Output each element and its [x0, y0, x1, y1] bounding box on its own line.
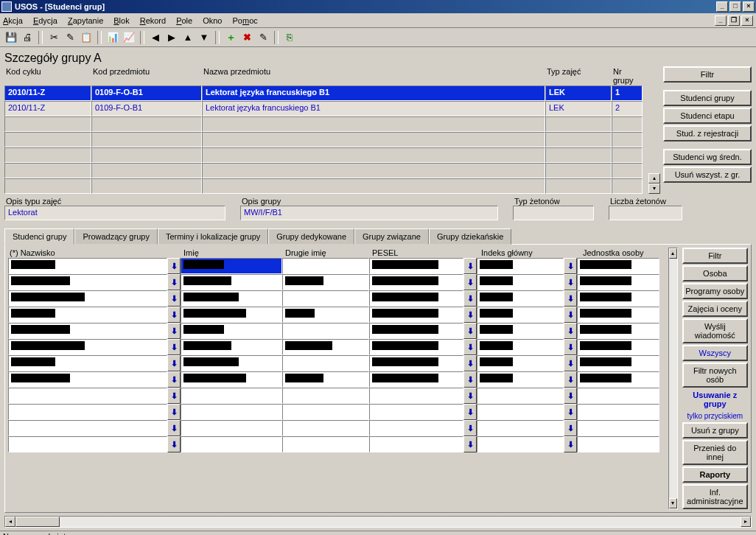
lookup-button[interactable]: ⬇	[564, 388, 577, 404]
cell-nazwisko[interactable]	[8, 290, 167, 307]
cell-drugie[interactable]	[282, 355, 369, 371]
studenci-grupy-button[interactable]: Studenci grupy	[663, 90, 752, 106]
cell-drugie[interactable]	[282, 371, 369, 388]
lookup-button[interactable]: ⬇	[167, 436, 181, 452]
student-row[interactable]: ⬇⬇⬇	[8, 290, 664, 307]
tab-dedykowane[interactable]: Grupy dedykowane	[268, 228, 354, 245]
lookup-button[interactable]: ⬇	[463, 371, 477, 388]
menu-edycja[interactable]: Edycja	[33, 16, 57, 25]
usun-button[interactable]: Usuń z grupy	[682, 422, 748, 438]
wyslij-button[interactable]: Wyślij wiadomość	[682, 318, 748, 343]
lookup-button[interactable]: ⬇	[564, 371, 577, 388]
cell-imie[interactable]	[181, 323, 282, 339]
cell-pesel[interactable]	[369, 307, 463, 323]
tab-terminy[interactable]: Terminy i lokalizacje grupy	[158, 228, 268, 245]
inf-button[interactable]: Inf. administracyjne	[682, 484, 748, 509]
menu-rekord[interactable]: Rekord	[140, 16, 166, 25]
cell-indeks[interactable]	[477, 258, 564, 274]
lookup-button[interactable]: ⬇	[564, 339, 577, 355]
student-row[interactable]: ⬇⬇⬇	[8, 323, 664, 339]
cell-jednostka[interactable]	[577, 371, 659, 388]
tab-prowadzacy[interactable]: Prowadzący grupy	[74, 228, 158, 245]
cell-nazwisko[interactable]	[8, 355, 167, 371]
cell-nazwisko[interactable]	[8, 371, 167, 388]
cell-imie[interactable]	[181, 371, 282, 388]
lookup-button[interactable]: ⬇	[564, 420, 577, 436]
group-row-empty[interactable]	[4, 116, 645, 132]
lookup-button[interactable]: ⬇	[463, 355, 477, 371]
cell-pesel[interactable]	[369, 339, 463, 355]
opis-typu-field[interactable]: Lektorat	[4, 206, 225, 220]
cell-pesel[interactable]	[369, 290, 463, 307]
tab-studenci-grupy[interactable]: Studenci grupy	[4, 228, 74, 245]
lookup-button[interactable]: ⬇	[463, 339, 477, 355]
tab-zwiazane[interactable]: Grupy związane	[354, 228, 429, 245]
cell-indeks[interactable]	[477, 355, 564, 371]
lookup-button[interactable]: ⬇	[463, 290, 477, 307]
chart-icon[interactable]: 📊	[106, 31, 119, 44]
exit-icon[interactable]: ⎘	[283, 31, 296, 44]
chart2-icon[interactable]: 📈	[122, 31, 136, 44]
scroll-down-icon[interactable]: ▾	[648, 183, 660, 194]
liczba-zetonow-field[interactable]	[609, 206, 682, 220]
opis-grupy-field[interactable]: MW/I/F/B1	[240, 206, 498, 220]
filtr-nowych-button[interactable]: Filtr nowych osób	[682, 363, 748, 388]
mdi-minimize-button[interactable]: _	[715, 15, 727, 26]
student-row[interactable]: ⬇⬇⬇	[8, 355, 664, 371]
cell-nazwisko[interactable]	[8, 323, 167, 339]
cell-jednostka[interactable]	[577, 274, 659, 290]
scroll-up-icon[interactable]: ▴	[648, 173, 660, 183]
usun-wszyst-button[interactable]: Usuń wszyst. z gr.	[663, 167, 752, 183]
menu-pole[interactable]: Pole	[176, 16, 192, 25]
group-row-empty[interactable]	[4, 147, 645, 163]
cell-drugie[interactable]	[282, 323, 369, 339]
student-row[interactable]: ⬇⬇⬇	[8, 339, 664, 355]
scroll-thumb[interactable]	[15, 517, 60, 527]
group-grid-scroll[interactable]: ▴ ▾	[648, 173, 660, 194]
menu-akcja[interactable]: Akcja	[3, 16, 23, 25]
lookup-button[interactable]: ⬇	[564, 258, 577, 274]
lookup-button[interactable]: ⬇	[167, 307, 181, 323]
cell-jednostka[interactable]	[577, 258, 659, 274]
cell-jednostka[interactable]	[577, 323, 659, 339]
cell-jednostka[interactable]	[577, 355, 659, 371]
lookup-button[interactable]: ⬇	[167, 371, 181, 388]
programy-button[interactable]: Programy osoby	[682, 283, 748, 299]
cell-nazwisko[interactable]	[8, 274, 167, 290]
maximize-button[interactable]: □	[729, 1, 741, 12]
nav-down-icon[interactable]: ▼	[197, 31, 211, 44]
zajecia-button[interactable]: Zajęcia i oceny	[682, 301, 748, 317]
edit-icon[interactable]: ✎	[63, 31, 77, 44]
menu-zapytanie[interactable]: Zapytanie	[68, 16, 103, 25]
studenci-sredn-button[interactable]: Studenci wg średn.	[663, 149, 752, 165]
minimize-button[interactable]: _	[716, 1, 728, 12]
cell-imie[interactable]	[181, 355, 282, 371]
add-icon[interactable]: ＋	[224, 31, 237, 44]
nav-prev-icon[interactable]: ◀	[149, 31, 162, 44]
cell-pesel[interactable]	[369, 323, 463, 339]
paste-icon[interactable]: 📋	[80, 31, 93, 44]
typ-zetonow-field[interactable]	[513, 206, 594, 220]
menu-okno[interactable]: Okno	[203, 16, 222, 25]
delete-icon[interactable]: ✖	[240, 31, 253, 44]
studenci-etapu-button[interactable]: Studenci etapu	[663, 108, 752, 124]
student-row[interactable]: ⬇⬇⬇	[8, 258, 664, 274]
mdi-restore-button[interactable]: ❐	[728, 15, 740, 26]
cell-pesel[interactable]	[369, 355, 463, 371]
group-row-empty[interactable]	[4, 132, 645, 147]
lookup-button[interactable]: ⬇	[463, 258, 477, 274]
lookup-button[interactable]: ⬇	[564, 404, 577, 420]
lookup-button[interactable]: ⬇	[564, 323, 577, 339]
save-icon[interactable]: 💾	[4, 31, 18, 44]
menu-pomoc[interactable]: Pomoc	[232, 16, 257, 25]
cell-drugie[interactable]	[282, 290, 369, 307]
clear-icon[interactable]: ✎	[256, 31, 270, 44]
lookup-button[interactable]: ⬇	[167, 290, 181, 307]
nav-next-icon[interactable]: ▶	[165, 31, 178, 44]
cell-indeks[interactable]	[477, 307, 564, 323]
stud-rejestracji-button[interactable]: Stud. z rejestracji	[663, 125, 752, 141]
cell-imie[interactable]	[181, 339, 282, 355]
cell-drugie[interactable]	[282, 307, 369, 323]
filtr-button[interactable]: Filtr	[663, 66, 752, 83]
lookup-button[interactable]: ⬇	[463, 323, 477, 339]
